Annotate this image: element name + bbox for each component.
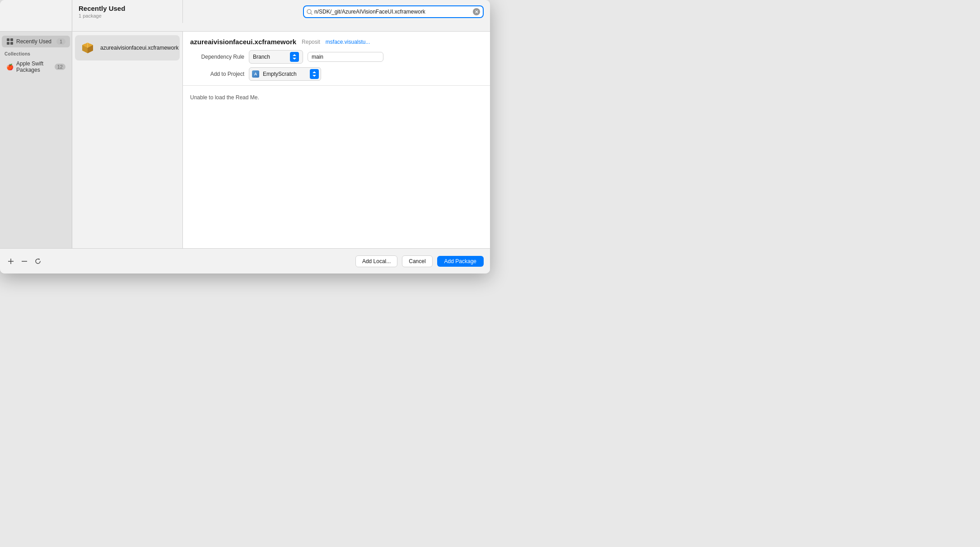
sidebar: Recently Used 1 Collections 🍎 Apple Swif…	[0, 32, 72, 248]
package-list-header: Recently Used 1 package	[72, 0, 183, 23]
search-input[interactable]	[314, 9, 471, 15]
detail-header: azureaivisionfaceui.xcframework Reposit …	[183, 32, 490, 86]
add-local-button[interactable]: Add Local...	[355, 255, 397, 267]
dependency-rule-dropdown[interactable]: Branch	[249, 50, 303, 64]
header-bar: Recently Used 1 package ✕	[0, 0, 490, 32]
dependency-rule-row: Dependency Rule Branch	[190, 50, 483, 64]
apple-icon: 🍎	[6, 63, 14, 70]
project-stepper-up	[313, 71, 316, 73]
main-container: Recently Used 1 Collections 🍎 Apple Swif…	[0, 32, 490, 248]
add-package-button[interactable]: Add Package	[437, 256, 484, 267]
stepper-arrow-down	[293, 58, 296, 60]
dependency-rule-value: Branch	[253, 54, 288, 60]
sidebar-item-recently-used[interactable]: Recently Used 1	[2, 36, 70, 47]
detail-content: Unable to load the Read Me.	[183, 86, 490, 248]
sidebar-apple-swift-label: Apple Swift Packages	[16, 60, 55, 73]
detail-title-row: azureaivisionfaceui.xcframework Reposit …	[190, 38, 483, 46]
cancel-button[interactable]: Cancel	[402, 255, 432, 267]
sidebar-recently-used-count: 1	[56, 38, 65, 45]
project-dropdown[interactable]: A EmptyScratch	[249, 67, 321, 81]
package-item-name: azureaivisionfaceui.xcframework	[100, 45, 178, 51]
readme-text: Unable to load the Read Me.	[190, 94, 259, 101]
project-name: EmptyScratch	[263, 71, 308, 77]
search-container: ✕	[303, 5, 484, 18]
branch-input[interactable]	[308, 52, 383, 62]
detail-panel: azureaivisionfaceui.xcframework Reposit …	[183, 32, 490, 248]
package-item[interactable]: azureaivisionfaceui.xcframework	[75, 35, 180, 60]
search-icon	[307, 9, 313, 15]
search-clear-button[interactable]: ✕	[473, 8, 480, 15]
dependency-rule-stepper[interactable]	[290, 52, 299, 62]
svg-line-1	[311, 13, 313, 15]
sidebar-apple-swift-count: 12	[55, 64, 65, 70]
detail-repo-label: Reposit	[302, 39, 320, 45]
svg-point-0	[307, 9, 311, 14]
add-to-project-row: Add to Project A EmptyScratch	[190, 67, 483, 81]
footer-left	[6, 257, 42, 266]
refresh-button[interactable]	[33, 257, 42, 266]
detail-fields: Dependency Rule Branch Add to Project	[190, 50, 483, 81]
detail-repo-link[interactable]: msface.visualstu...	[326, 39, 370, 45]
add-to-project-label: Add to Project	[190, 71, 244, 77]
project-app-icon: A	[252, 70, 259, 78]
collections-section-label: Collections	[0, 48, 72, 58]
package-list-subtitle: 1 package	[79, 13, 176, 19]
dependency-rule-label: Dependency Rule	[190, 54, 244, 60]
package-list-panel: azureaivisionfaceui.xcframework	[72, 32, 183, 248]
package-list-title: Recently Used	[79, 5, 176, 12]
project-stepper-down	[313, 75, 316, 77]
footer-right: Add Local... Cancel Add Package	[355, 255, 484, 267]
add-button[interactable]	[6, 257, 15, 266]
stepper-arrow-up	[293, 54, 296, 56]
package-list-items: azureaivisionfaceui.xcframework	[72, 32, 182, 248]
footer: Add Local... Cancel Add Package	[0, 248, 490, 274]
detail-title: azureaivisionfaceui.xcframework	[190, 38, 296, 46]
project-stepper[interactable]	[310, 69, 319, 79]
sidebar-item-apple-swift[interactable]: 🍎 Apple Swift Packages 12	[2, 58, 70, 75]
sidebar-recently-used-label: Recently Used	[16, 38, 56, 45]
package-box-icon	[79, 40, 96, 56]
remove-button[interactable]	[20, 257, 29, 266]
sidebar-header-spacer	[0, 0, 72, 31]
grid-icon	[6, 38, 14, 45]
